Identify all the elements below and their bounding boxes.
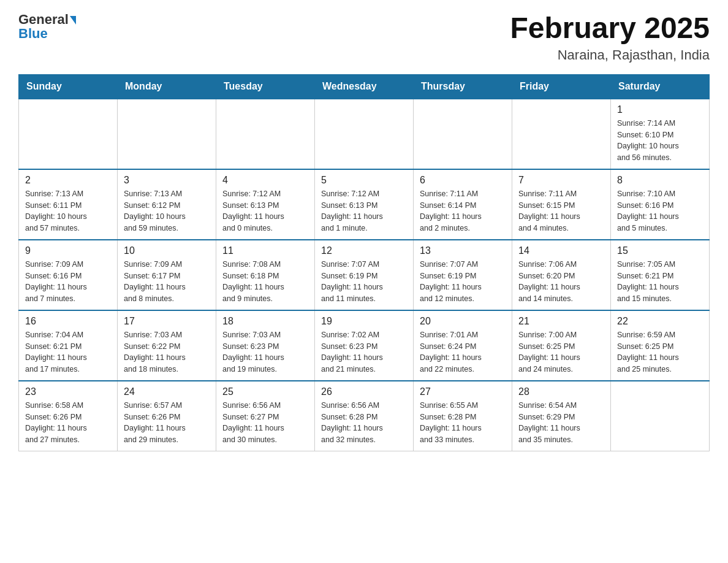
- header-sunday: Sunday: [19, 74, 118, 99]
- header-wednesday: Wednesday: [315, 74, 414, 99]
- title-block: February 2025 Naraina, Rajasthan, India: [510, 12, 710, 63]
- table-row: 11Sunrise: 7:08 AM Sunset: 6:18 PM Dayli…: [216, 240, 315, 310]
- day-number: 17: [124, 316, 210, 327]
- day-number: 15: [617, 245, 703, 256]
- day-info: Sunrise: 6:59 AM Sunset: 6:25 PM Dayligh…: [617, 329, 703, 375]
- table-row: 9Sunrise: 7:09 AM Sunset: 6:16 PM Daylig…: [19, 240, 118, 310]
- day-info: Sunrise: 7:07 AM Sunset: 6:19 PM Dayligh…: [420, 259, 506, 305]
- header-monday: Monday: [118, 74, 216, 99]
- day-info: Sunrise: 7:03 AM Sunset: 6:23 PM Dayligh…: [222, 329, 308, 375]
- day-info: Sunrise: 7:12 AM Sunset: 6:13 PM Dayligh…: [222, 188, 308, 234]
- day-info: Sunrise: 7:03 AM Sunset: 6:22 PM Dayligh…: [124, 329, 210, 375]
- day-number: 21: [518, 316, 604, 327]
- day-info: Sunrise: 6:54 AM Sunset: 6:29 PM Dayligh…: [518, 400, 604, 446]
- table-row: 21Sunrise: 7:00 AM Sunset: 6:25 PM Dayli…: [512, 310, 611, 381]
- day-number: 1: [617, 104, 703, 115]
- header-saturday: Saturday: [611, 74, 710, 99]
- day-number: 14: [518, 245, 604, 256]
- logo-triangle-icon: [70, 16, 76, 25]
- day-number: 19: [321, 316, 407, 327]
- day-number: 9: [25, 245, 111, 256]
- table-row: 5Sunrise: 7:12 AM Sunset: 6:13 PM Daylig…: [315, 169, 414, 240]
- calendar-week-row: 16Sunrise: 7:04 AM Sunset: 6:21 PM Dayli…: [19, 310, 710, 381]
- day-info: Sunrise: 7:05 AM Sunset: 6:21 PM Dayligh…: [617, 259, 703, 305]
- table-row: [414, 99, 512, 169]
- header-friday: Friday: [512, 74, 611, 99]
- calendar-table: Sunday Monday Tuesday Wednesday Thursday…: [18, 74, 710, 451]
- table-row: 28Sunrise: 6:54 AM Sunset: 6:29 PM Dayli…: [512, 381, 611, 451]
- table-row: 20Sunrise: 7:01 AM Sunset: 6:24 PM Dayli…: [414, 310, 512, 381]
- day-info: Sunrise: 7:12 AM Sunset: 6:13 PM Dayligh…: [321, 188, 407, 234]
- day-number: 18: [222, 316, 308, 327]
- day-number: 5: [321, 175, 407, 186]
- table-row: [611, 381, 710, 451]
- day-info: Sunrise: 7:14 AM Sunset: 6:10 PM Dayligh…: [617, 118, 703, 164]
- table-row: 15Sunrise: 7:05 AM Sunset: 6:21 PM Dayli…: [611, 240, 710, 310]
- day-info: Sunrise: 7:09 AM Sunset: 6:16 PM Dayligh…: [25, 259, 111, 305]
- table-row: 14Sunrise: 7:06 AM Sunset: 6:20 PM Dayli…: [512, 240, 611, 310]
- day-info: Sunrise: 7:01 AM Sunset: 6:24 PM Dayligh…: [420, 329, 506, 375]
- day-number: 26: [321, 386, 407, 397]
- table-row: 6Sunrise: 7:11 AM Sunset: 6:14 PM Daylig…: [414, 169, 512, 240]
- table-row: 26Sunrise: 6:56 AM Sunset: 6:28 PM Dayli…: [315, 381, 414, 451]
- table-row: 13Sunrise: 7:07 AM Sunset: 6:19 PM Dayli…: [414, 240, 512, 310]
- table-row: 4Sunrise: 7:12 AM Sunset: 6:13 PM Daylig…: [216, 169, 315, 240]
- day-info: Sunrise: 7:04 AM Sunset: 6:21 PM Dayligh…: [25, 329, 111, 375]
- day-number: 20: [420, 316, 506, 327]
- day-number: 16: [25, 316, 111, 327]
- calendar-week-row: 9Sunrise: 7:09 AM Sunset: 6:16 PM Daylig…: [19, 240, 710, 310]
- day-number: 22: [617, 316, 703, 327]
- table-row: 19Sunrise: 7:02 AM Sunset: 6:23 PM Dayli…: [315, 310, 414, 381]
- day-number: 7: [518, 175, 604, 186]
- logo-general: General: [18, 12, 76, 27]
- table-row: 3Sunrise: 7:13 AM Sunset: 6:12 PM Daylig…: [118, 169, 216, 240]
- page-header: General Blue February 2025 Naraina, Raja…: [18, 12, 710, 63]
- day-number: 28: [518, 386, 604, 397]
- weekday-header-row: Sunday Monday Tuesday Wednesday Thursday…: [19, 74, 710, 99]
- day-info: Sunrise: 6:58 AM Sunset: 6:26 PM Dayligh…: [25, 400, 111, 446]
- header-thursday: Thursday: [414, 74, 512, 99]
- day-number: 25: [222, 386, 308, 397]
- day-number: 8: [617, 175, 703, 186]
- table-row: [118, 99, 216, 169]
- table-row: 17Sunrise: 7:03 AM Sunset: 6:22 PM Dayli…: [118, 310, 216, 381]
- calendar-title: February 2025: [510, 12, 710, 45]
- calendar-subtitle: Naraina, Rajasthan, India: [510, 47, 710, 63]
- calendar-week-row: 2Sunrise: 7:13 AM Sunset: 6:11 PM Daylig…: [19, 169, 710, 240]
- day-info: Sunrise: 6:55 AM Sunset: 6:28 PM Dayligh…: [420, 400, 506, 446]
- day-number: 12: [321, 245, 407, 256]
- day-info: Sunrise: 6:56 AM Sunset: 6:28 PM Dayligh…: [321, 400, 407, 446]
- day-number: 2: [25, 175, 111, 186]
- day-number: 3: [124, 175, 210, 186]
- day-number: 24: [124, 386, 210, 397]
- table-row: 27Sunrise: 6:55 AM Sunset: 6:28 PM Dayli…: [414, 381, 512, 451]
- day-info: Sunrise: 7:11 AM Sunset: 6:15 PM Dayligh…: [518, 188, 604, 234]
- day-info: Sunrise: 7:13 AM Sunset: 6:11 PM Dayligh…: [25, 188, 111, 234]
- day-info: Sunrise: 7:13 AM Sunset: 6:12 PM Dayligh…: [124, 188, 210, 234]
- table-row: 2Sunrise: 7:13 AM Sunset: 6:11 PM Daylig…: [19, 169, 118, 240]
- day-number: 6: [420, 175, 506, 186]
- table-row: 1Sunrise: 7:14 AM Sunset: 6:10 PM Daylig…: [611, 99, 710, 169]
- calendar-week-row: 1Sunrise: 7:14 AM Sunset: 6:10 PM Daylig…: [19, 99, 710, 169]
- table-row: 7Sunrise: 7:11 AM Sunset: 6:15 PM Daylig…: [512, 169, 611, 240]
- day-info: Sunrise: 6:57 AM Sunset: 6:26 PM Dayligh…: [124, 400, 210, 446]
- day-number: 11: [222, 245, 308, 256]
- day-number: 23: [25, 386, 111, 397]
- table-row: 18Sunrise: 7:03 AM Sunset: 6:23 PM Dayli…: [216, 310, 315, 381]
- day-info: Sunrise: 7:10 AM Sunset: 6:16 PM Dayligh…: [617, 188, 703, 234]
- day-info: Sunrise: 7:02 AM Sunset: 6:23 PM Dayligh…: [321, 329, 407, 375]
- day-number: 10: [124, 245, 210, 256]
- day-info: Sunrise: 7:11 AM Sunset: 6:14 PM Dayligh…: [420, 188, 506, 234]
- day-info: Sunrise: 7:07 AM Sunset: 6:19 PM Dayligh…: [321, 259, 407, 305]
- logo-blue: Blue: [18, 26, 48, 42]
- table-row: 8Sunrise: 7:10 AM Sunset: 6:16 PM Daylig…: [611, 169, 710, 240]
- day-number: 13: [420, 245, 506, 256]
- day-info: Sunrise: 6:56 AM Sunset: 6:27 PM Dayligh…: [222, 400, 308, 446]
- table-row: 22Sunrise: 6:59 AM Sunset: 6:25 PM Dayli…: [611, 310, 710, 381]
- table-row: [315, 99, 414, 169]
- table-row: 24Sunrise: 6:57 AM Sunset: 6:26 PM Dayli…: [118, 381, 216, 451]
- day-number: 27: [420, 386, 506, 397]
- header-tuesday: Tuesday: [216, 74, 315, 99]
- calendar-week-row: 23Sunrise: 6:58 AM Sunset: 6:26 PM Dayli…: [19, 381, 710, 451]
- day-info: Sunrise: 7:09 AM Sunset: 6:17 PM Dayligh…: [124, 259, 210, 305]
